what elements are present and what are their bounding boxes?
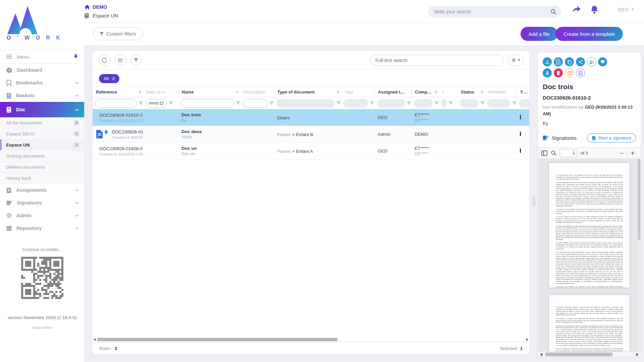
sidebar-item-deleted-documents[interactable]: Deleted documents (0, 162, 84, 173)
properties-button[interactable] (576, 68, 585, 77)
pin-icon[interactable] (73, 54, 78, 59)
filter-funnel-icon[interactable] (480, 101, 485, 105)
scrollbar-thumb[interactable] (638, 159, 640, 240)
column-header-i[interactable]: I… (439, 87, 457, 97)
filter-funnel-icon[interactable] (336, 101, 341, 105)
copy-button[interactable] (565, 57, 574, 66)
column-header-status[interactable]: Status (457, 87, 485, 97)
column-header-type[interactable]: Type of document (274, 87, 341, 97)
column-header-name[interactable]: Name (178, 87, 240, 97)
custom-filters-button[interactable]: Custom filters (93, 27, 143, 40)
columns-button[interactable] (114, 54, 126, 66)
name-filter-input[interactable] (181, 99, 234, 108)
comp-filter-select[interactable] (414, 99, 433, 108)
stamp-button[interactable] (543, 68, 552, 77)
table-horizontal-scrollbar[interactable] (93, 337, 529, 342)
scrollbar-thumb[interactable] (545, 353, 612, 356)
filter-funnel-icon[interactable] (236, 101, 240, 105)
description-filter-input[interactable] (243, 99, 268, 108)
sidebar-item-history-track[interactable]: History track (0, 173, 84, 184)
column-header-comp[interactable]: Comp… (411, 87, 439, 97)
filter-funnel-icon[interactable] (512, 101, 517, 105)
add-file-button[interactable]: Add a file (521, 27, 558, 41)
sidebar-item-espace-deux[interactable]: Espace DEUX 1 (0, 128, 84, 139)
column-header-date[interactable]: Date of cr… (143, 87, 178, 97)
table-row[interactable]: w DOC230926-01609-0 Created on 9/26/2023… (93, 126, 529, 143)
scroll-left-arrow-icon[interactable] (540, 353, 542, 356)
start-signature-button[interactable]: Start a signature (587, 133, 636, 142)
table-row[interactable]: DOC230926-01608-0 Created on 9/26/2023 3… (93, 143, 529, 160)
column-header-workflow[interactable]: Workflow (485, 87, 517, 97)
sidebar-item-dashboard[interactable]: Dashboard (0, 64, 84, 76)
favorite-button[interactable] (598, 57, 607, 66)
notifications-button[interactable] (590, 5, 598, 14)
scroll-right-arrow-icon[interactable] (526, 338, 528, 341)
sidebar-item-bookmarks[interactable]: Bookmarks (0, 76, 84, 89)
zoom-in-button[interactable]: + (631, 150, 635, 157)
filter-funnel-icon[interactable] (370, 101, 374, 105)
type-filter-select[interactable] (276, 99, 335, 108)
sidebar-item-espace-un[interactable]: Espace UN 3 (0, 139, 84, 150)
pdf-vertical-scrollbar[interactable] (638, 159, 640, 351)
sidebar-item-baskets[interactable]: Baskets (0, 89, 84, 102)
sidebar-item-signatures[interactable]: Signatures (0, 196, 84, 209)
sidebar-item-repository[interactable]: Repository (0, 222, 84, 235)
search-icon[interactable] (551, 150, 556, 156)
download-button[interactable] (543, 57, 552, 66)
date-filter-input[interactable]: mm/d (146, 99, 167, 108)
breadcrumb-app[interactable]: DEMO (85, 4, 107, 10)
y-filter-select[interactable] (519, 99, 529, 108)
scrollbar-thumb[interactable] (97, 338, 337, 341)
filter-funnel-icon[interactable] (169, 101, 173, 105)
filter-funnel-icon[interactable] (434, 101, 439, 105)
column-header-reference[interactable]: Reference (93, 87, 143, 97)
page-number-input[interactable] (560, 149, 577, 157)
scroll-right-arrow-icon[interactable] (636, 353, 639, 356)
workflow-filter-select[interactable] (487, 99, 511, 108)
panel-resize-handle[interactable] (533, 197, 536, 210)
sidebar-toggle-icon[interactable] (541, 150, 547, 156)
filter-chip-all[interactable]: All : 3 (99, 74, 119, 83)
delete-button[interactable] (554, 68, 563, 77)
tags-filter-select[interactable] (343, 99, 368, 108)
refresh-button[interactable] (99, 54, 110, 66)
assigned-filter-select[interactable] (377, 99, 405, 108)
new-version-button[interactable] (554, 57, 563, 66)
filter-funnel-icon[interactable] (269, 101, 274, 105)
sidebar-item-doc[interactable]: Doc (0, 102, 84, 117)
sidebar-item-admin[interactable]: Admin (0, 209, 84, 222)
scroll-left-arrow-icon[interactable] (94, 338, 96, 341)
fulltext-search-input[interactable] (375, 58, 498, 63)
filter-funnel-icon[interactable] (407, 101, 411, 105)
table-row[interactable]: DOC230926-01610-2 Created on 9/26/2023 3… (93, 109, 529, 126)
filter-funnel-icon[interactable] (448, 101, 453, 105)
share-button[interactable] (572, 5, 581, 13)
sidebar-item-sharing-documents[interactable]: Sharing documents (0, 150, 84, 162)
reference-filter-input[interactable] (95, 99, 137, 108)
search-icon[interactable] (550, 9, 556, 15)
zoom-out-button[interactable]: − (620, 150, 624, 157)
column-header-assigned[interactable]: Assigned t… (374, 87, 411, 97)
global-search-input[interactable] (434, 9, 550, 14)
status-filter-select[interactable] (460, 99, 479, 108)
table-filter-button[interactable] (130, 54, 142, 66)
column-header-y[interactable]: Y… (517, 87, 529, 97)
sidebar-item-all-documents[interactable]: All the documents 4 (0, 117, 84, 128)
legal-notice-link[interactable]: Legal notice (0, 325, 84, 329)
create-template-button[interactable]: Create from a template (555, 27, 623, 41)
table-settings-button[interactable] (508, 55, 523, 66)
open-external-button[interactable] (565, 68, 574, 77)
user-menu[interactable]: GED (618, 7, 634, 12)
assign-users-button[interactable] (587, 57, 596, 66)
column-header-description[interactable]: Description (240, 87, 274, 97)
column-header-tags[interactable]: Tags (341, 87, 374, 97)
brand-logo[interactable]: O ' W O R K (0, 0, 84, 50)
share-document-button[interactable] (576, 57, 585, 66)
i-filter-select[interactable] (441, 99, 447, 108)
sidebar-menu-toggle[interactable]: Menu (0, 50, 84, 64)
pdf-horizontal-scrollbar[interactable] (538, 351, 641, 357)
sidebar-item-assignments[interactable]: Assignments (0, 184, 84, 196)
pdf-preview-area[interactable]: Il y a aujourd'hui trois cent quarante-h… (538, 159, 641, 357)
filter-funnel-icon[interactable] (139, 101, 143, 105)
breadcrumb-space[interactable]: Espace UN (85, 13, 118, 18)
